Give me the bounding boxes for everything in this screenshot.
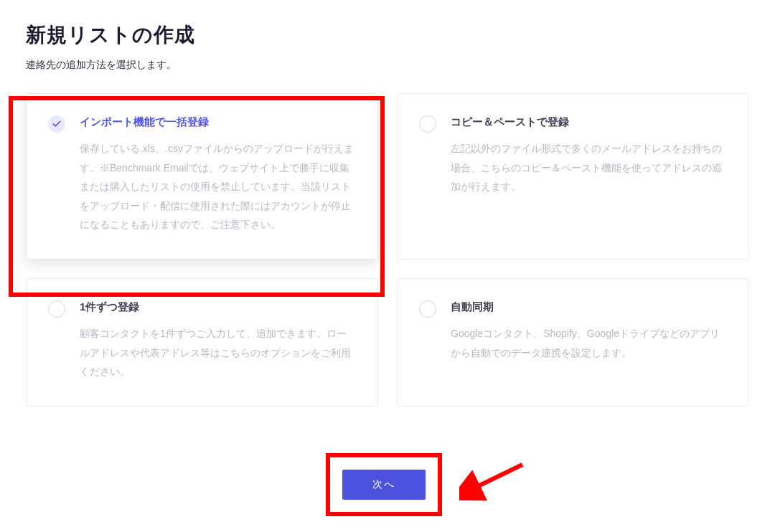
option-description: 顧客コンタクトを1件ずつご入力して、追加できます。ロールアドレスや代表アドレス等… bbox=[80, 324, 356, 381]
page-subtitle: 連絡先の追加方法を選択します。 bbox=[26, 59, 749, 72]
radio-icon bbox=[419, 115, 436, 133]
option-title: コピー＆ペーストで登録 bbox=[451, 115, 727, 129]
option-description: 保存している.xls、.csvファイルからのアップロードが行えます。※Bench… bbox=[80, 139, 356, 234]
option-card-copypaste[interactable]: コピー＆ペーストで登録 左記以外のファイル形式で多くのメールアドレスをお持ちの場… bbox=[397, 93, 749, 260]
option-title: 自動同期 bbox=[451, 300, 727, 314]
option-title: インポート機能で一括登録 bbox=[80, 115, 356, 129]
option-title: 1件ずつ登録 bbox=[80, 300, 356, 314]
radio-selected-icon bbox=[48, 115, 65, 133]
option-description: 左記以外のファイル形式で多くのメールアドレスをお持ちの場合、こちらのコピー＆ペー… bbox=[451, 139, 727, 196]
check-icon bbox=[52, 119, 62, 129]
option-card-manual[interactable]: 1件ずつ登録 顧客コンタクトを1件ずつご入力して、追加できます。ロールアドレスや… bbox=[26, 278, 378, 407]
radio-icon bbox=[419, 300, 436, 318]
next-button[interactable]: 次へ bbox=[342, 470, 426, 500]
svg-line-1 bbox=[472, 465, 522, 489]
page-title: 新規リストの作成 bbox=[26, 22, 749, 49]
radio-icon bbox=[48, 300, 65, 318]
option-description: Googleコンタクト、Shopify、Googleドライブなどのアプリから自動… bbox=[451, 324, 727, 362]
option-cards: インポート機能で一括登録 保存している.xls、.csvファイルからのアップロー… bbox=[26, 93, 749, 407]
option-card-sync[interactable]: 自動同期 Googleコンタクト、Shopify、Googleドライブなどのアプ… bbox=[397, 278, 749, 407]
annotation-arrow-icon bbox=[459, 456, 531, 506]
option-card-import[interactable]: インポート機能で一括登録 保存している.xls、.csvファイルからのアップロー… bbox=[26, 93, 378, 260]
